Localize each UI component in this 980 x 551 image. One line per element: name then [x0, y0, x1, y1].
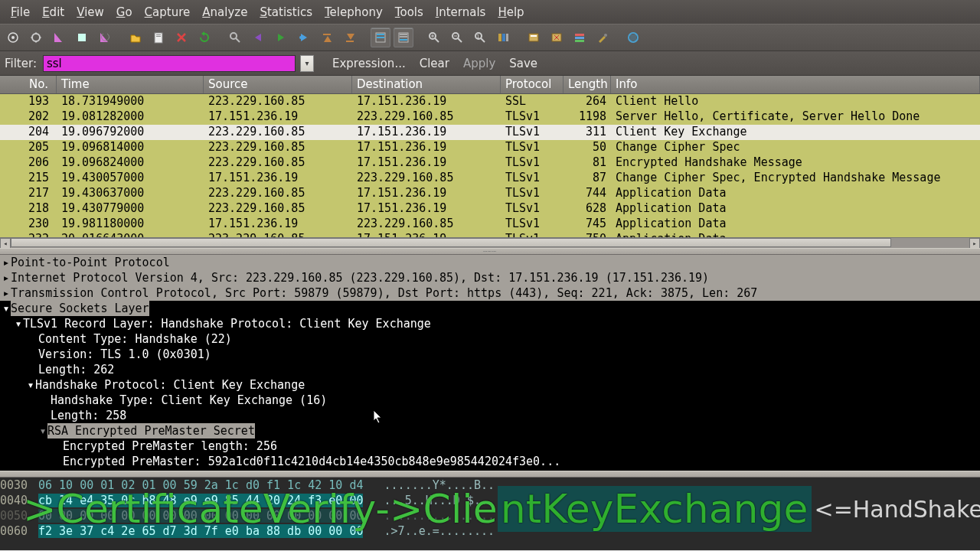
menu-go[interactable]: Go: [110, 2, 139, 22]
table-row[interactable]: 19318.731949000223.229.160.8517.151.236.…: [0, 94, 980, 109]
open-icon[interactable]: [126, 28, 145, 47]
scroll-right-icon[interactable]: ▸: [969, 238, 980, 249]
menu-internals[interactable]: Internals: [430, 2, 492, 22]
colorize-icon[interactable]: [371, 28, 390, 47]
close-icon[interactable]: [172, 28, 191, 47]
hex-ascii: .>7..e.=........: [384, 524, 495, 538]
clear-button[interactable]: Clear: [415, 57, 454, 70]
col-info[interactable]: Info: [611, 76, 980, 93]
tree-htype[interactable]: Handshake Type: Client Key Exchange (16): [51, 393, 327, 407]
tree-ctype[interactable]: Content Type: Handshake (22): [38, 332, 232, 346]
tree-ssl[interactable]: Secure Sockets Layer: [11, 301, 149, 316]
tree-record[interactable]: TLSv1 Record Layer: Handshake Protocol: …: [23, 317, 431, 331]
hex-bytes: cb 14 e4 35 0c b8 48 e9 e9 85 44 20 24 f…: [38, 494, 363, 507]
menu-edit[interactable]: Edit: [36, 2, 70, 22]
sash-1[interactable]: ⋯⋯⋯: [0, 248, 980, 255]
table-row[interactable]: 21519.43005700017.151.236.19223.229.160.…: [0, 171, 980, 186]
hex-dump[interactable]: 003006 10 00 01 02 01 00 59 2a 1c d0 f1 …: [0, 478, 980, 550]
menu-help[interactable]: Help: [492, 2, 530, 22]
tree-hlen[interactable]: Length: 258: [51, 409, 126, 422]
menu-tools[interactable]: Tools: [389, 2, 430, 22]
last-icon[interactable]: [340, 28, 360, 47]
svg-rect-29: [575, 37, 584, 39]
col-source[interactable]: Source: [204, 76, 352, 93]
first-icon[interactable]: [317, 28, 337, 47]
prefs-icon[interactable]: [593, 28, 612, 47]
save-button[interactable]: Save: [505, 57, 542, 70]
svg-rect-22: [498, 34, 501, 41]
col-length[interactable]: Length: [564, 76, 611, 93]
packet-details[interactable]: ▸Point-to-Point Protocol ▸Internet Proto…: [0, 255, 980, 471]
hex-offset: 0060: [0, 523, 38, 539]
svg-rect-13: [377, 37, 384, 38]
hex-bytes: 06 10 00 01 02 01 00 59 2a 1c d0 f1 1c 4…: [38, 478, 363, 492]
filter-label: Filter:: [5, 57, 37, 70]
tree-plen[interactable]: Encrypted PreMaster length: 256: [63, 439, 277, 453]
zoom-in-icon[interactable]: [424, 28, 444, 47]
expression-button[interactable]: Expression...: [328, 57, 410, 70]
svg-rect-12: [377, 34, 384, 35]
scroll-thumb[interactable]: [11, 238, 891, 247]
svg-rect-10: [346, 41, 354, 42]
col-destination[interactable]: Destination: [352, 76, 501, 93]
menu-analyze[interactable]: Analyze: [196, 2, 253, 22]
filter-input[interactable]: [43, 55, 296, 72]
col-time[interactable]: Time: [57, 76, 204, 93]
col-protocol[interactable]: Protocol: [501, 76, 564, 93]
zoom-out-icon[interactable]: [447, 28, 467, 47]
menu-view[interactable]: View: [70, 2, 110, 22]
svg-rect-28: [575, 34, 584, 36]
tree-hproto[interactable]: Handshake Protocol: Client Key Exchange: [35, 378, 305, 392]
stop-icon[interactable]: [72, 28, 92, 47]
packet-list[interactable]: No. Time Source Destination Protocol Len…: [0, 76, 980, 248]
svg-rect-30: [575, 40, 584, 42]
svg-rect-9: [323, 34, 331, 35]
goto-icon[interactable]: [294, 28, 314, 47]
table-row[interactable]: 21719.430637000223.229.160.8517.151.236.…: [0, 186, 980, 201]
table-row[interactable]: 20219.08128200017.151.236.19223.229.160.…: [0, 109, 980, 125]
scroll-left-icon[interactable]: ◂: [0, 238, 11, 249]
table-row[interactable]: 23019.98118000017.151.236.19223.229.160.…: [0, 217, 980, 232]
table-row[interactable]: 20419.096792000223.229.160.8517.151.236.…: [0, 125, 980, 140]
hex-offset: 0050: [0, 508, 38, 523]
capture-filter-icon[interactable]: [524, 28, 544, 47]
reload-icon[interactable]: [194, 28, 214, 47]
menu-telephony[interactable]: Telephony: [318, 2, 389, 22]
hex-bytes: 00 00 00 00 00 00 00 00 00 00 00 00 00 0…: [38, 509, 363, 523]
filter-bar: Filter: ▾ Expression... Clear Apply Save: [0, 51, 980, 76]
horizontal-scrollbar[interactable]: ◂ ▸: [0, 237, 980, 248]
zoom-reset-icon[interactable]: 1: [470, 28, 490, 47]
svg-rect-24: [506, 34, 508, 41]
menu-file[interactable]: File: [5, 2, 36, 22]
table-row[interactable]: 20519.096814000223.229.160.8517.151.236.…: [0, 140, 980, 155]
sash-2[interactable]: [0, 471, 980, 478]
forward-icon[interactable]: [271, 28, 291, 47]
apply-button[interactable]: Apply: [459, 57, 500, 70]
coloring-rules-icon[interactable]: [570, 28, 590, 47]
tree-ip[interactable]: Internet Protocol Version 4, Src: 223.22…: [11, 271, 709, 285]
help-contents-icon[interactable]: [623, 28, 643, 47]
autoscroll-icon[interactable]: [394, 28, 413, 47]
save-icon[interactable]: [149, 28, 168, 47]
tree-tcp[interactable]: Transmission Control Protocol, Src Port:…: [11, 286, 757, 300]
options-icon[interactable]: [26, 28, 46, 47]
menu-statistics[interactable]: Statistics: [253, 2, 318, 22]
filter-dropdown[interactable]: ▾: [300, 55, 314, 72]
table-row[interactable]: 21819.430779000223.229.160.8517.151.236.…: [0, 201, 980, 217]
restart-icon[interactable]: [95, 28, 115, 47]
tree-ppp[interactable]: Point-to-Point Protocol: [11, 256, 170, 269]
tree-rlen[interactable]: Length: 262: [38, 363, 114, 377]
tree-rsa[interactable]: RSA Encrypted PreMaster Secret: [47, 423, 255, 439]
start-icon[interactable]: [49, 28, 69, 47]
find-icon[interactable]: [225, 28, 245, 47]
tree-pm[interactable]: Encrypted PreMaster: 592a1cd0f11c4210d4c…: [63, 455, 560, 468]
interfaces-icon[interactable]: [3, 28, 23, 47]
back-icon[interactable]: [248, 28, 268, 47]
menu-capture[interactable]: Capture: [139, 2, 197, 22]
display-filter-icon[interactable]: [547, 28, 567, 47]
col-no[interactable]: No.: [0, 76, 57, 93]
table-row[interactable]: 20619.096824000223.229.160.8517.151.236.…: [0, 155, 980, 171]
tree-version[interactable]: Version: TLS 1.0 (0x0301): [38, 347, 211, 361]
resize-cols-icon[interactable]: [493, 28, 513, 47]
svg-text:1: 1: [476, 34, 479, 40]
